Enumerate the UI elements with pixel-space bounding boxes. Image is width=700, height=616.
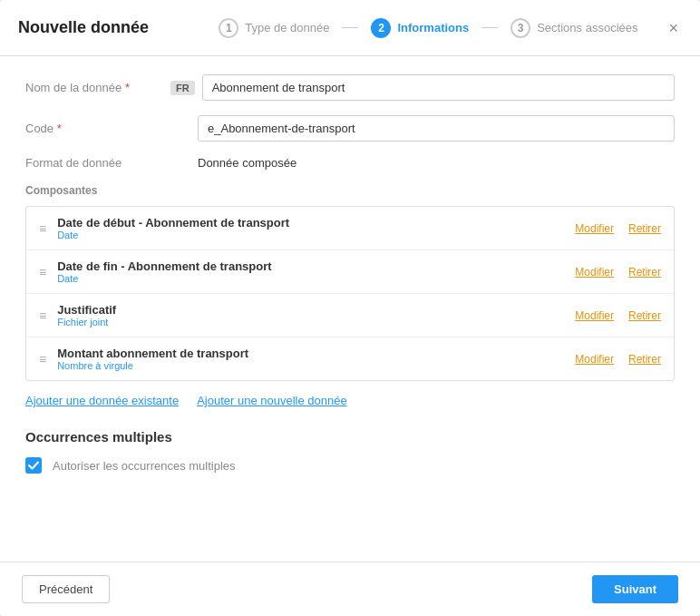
composantes-title: Composantes [25,184,675,197]
add-existing-button[interactable]: Ajouter une donnée existante [25,394,179,407]
drag-icon[interactable]: ≡ [39,221,46,236]
component-type: Nombre à virgule [57,360,575,371]
modal-header: Nouvelle donnée 1 Type de donnée 2 Infor… [0,0,700,56]
component-actions: Modifier Retirer [575,222,661,235]
components-table: ≡ Date de début - Abonnement de transpor… [25,206,675,381]
modify-button[interactable]: Modifier [575,222,614,235]
modal-title: Nouvelle donnée [18,18,149,37]
component-info: Montant abonnement de transport Nombre à… [57,347,575,371]
remove-button[interactable]: Retirer [628,353,661,366]
drag-icon[interactable]: ≡ [39,308,46,323]
step-3-number: 3 [510,18,530,38]
component-actions: Modifier Retirer [575,309,661,322]
code-row: Code * [25,115,675,142]
step-3-label: Sections associées [537,21,637,34]
format-row: Format de donnée Donnée composée [25,156,675,170]
nom-label: Nom de la donnée * [25,81,170,94]
drag-icon[interactable]: ≡ [39,352,46,367]
add-links: Ajouter une donnée existante Ajouter une… [25,394,675,407]
component-type: Date [57,273,575,284]
remove-button[interactable]: Retirer [628,266,661,279]
table-row: ≡ Justificatif Fichier joint Modifier Re… [26,294,674,337]
occurrences-section: Occurrences multiples Autoriser les occu… [25,429,675,474]
stepper: 1 Type de donnée 2 Informations 3 Sectio… [206,18,650,38]
step-separator-2 [481,27,498,28]
step-2: 2 Informations [358,18,481,38]
component-actions: Modifier Retirer [575,266,661,279]
component-name: Justificatif [57,303,575,317]
component-type: Date [57,230,575,240]
step-3: 3 Sections associées [498,18,650,38]
step-1-label: Type de donnée [245,21,329,34]
component-name: Date de début - Abonnement de transport [57,216,575,230]
prev-button[interactable]: Précédent [22,575,110,603]
drag-icon[interactable]: ≡ [39,265,46,279]
component-info: Date de fin - Abonnement de transport Da… [57,259,575,284]
component-name: Montant abonnement de transport [57,347,575,360]
modal-body: Nom de la donnée * FR Code * Format de d… [0,56,700,562]
code-input[interactable] [198,115,675,142]
add-new-button[interactable]: Ajouter une nouvelle donnée [197,394,347,407]
format-value: Donnée composée [198,156,297,170]
remove-button[interactable]: Retirer [628,222,661,235]
occurrences-checkbox[interactable] [25,457,42,474]
table-row: ≡ Date de fin - Abonnement de transport … [26,250,674,294]
nom-required: * [125,81,130,94]
modify-button[interactable]: Modifier [575,353,614,366]
occurrences-title: Occurrences multiples [25,429,675,445]
occurrences-checkbox-label: Autoriser les occurrences multiples [53,459,236,473]
next-button[interactable]: Suivant [592,575,678,603]
format-label: Format de donnée [25,156,170,170]
remove-button[interactable]: Retirer [628,309,661,322]
step-1-number: 1 [219,18,238,38]
component-type: Fichier joint [57,317,575,328]
table-row: ≡ Montant abonnement de transport Nombre… [26,337,674,380]
lang-badge: FR [170,81,195,95]
step-separator-1 [342,27,358,28]
nom-row: Nom de la donnée * FR [25,74,675,101]
step-2-number: 2 [371,18,391,38]
code-label: Code * [25,122,170,135]
close-button[interactable]: × [665,16,682,40]
step-1: 1 Type de donnée [206,18,342,38]
component-actions: Modifier Retirer [575,353,661,366]
nom-input[interactable] [202,74,675,101]
component-name: Date de fin - Abonnement de transport [57,259,575,273]
modal-footer: Précédent Suivant [0,562,700,616]
table-row: ≡ Date de début - Abonnement de transpor… [26,207,674,250]
modify-button[interactable]: Modifier [575,266,614,279]
occurrences-checkbox-row: Autoriser les occurrences multiples [25,457,675,474]
code-required: * [57,122,62,135]
component-info: Date de début - Abonnement de transport … [57,216,575,240]
component-info: Justificatif Fichier joint [57,303,575,328]
step-2-label: Informations [397,21,469,34]
modify-button[interactable]: Modifier [575,309,614,322]
modal-container: Nouvelle donnée 1 Type de donnée 2 Infor… [0,0,700,616]
